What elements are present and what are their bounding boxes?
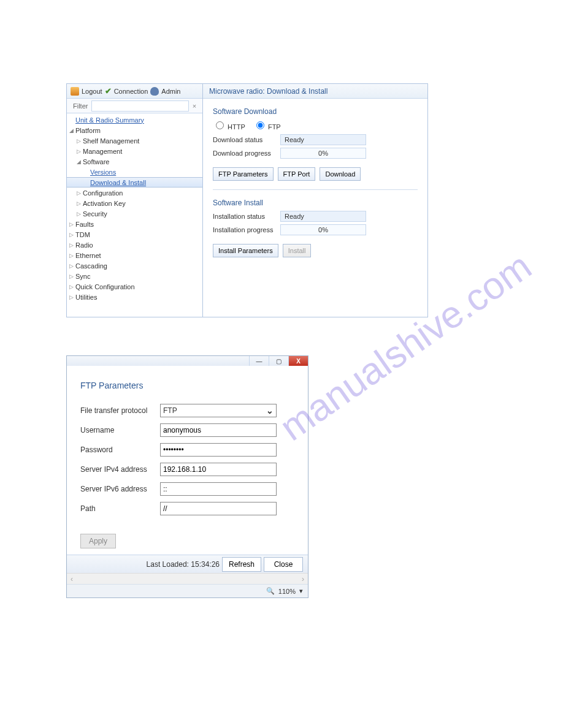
apply-button[interactable]: Apply (80, 534, 116, 548)
window-close-button[interactable]: X (288, 356, 308, 366)
tree-label: Unit & Radio Summary (75, 116, 144, 124)
dialog-body: FTP Parameters File transfer protocol FT… (67, 366, 308, 555)
protocol-select[interactable]: FTP ⌄ (160, 404, 277, 417)
protocol-value: FTP (163, 406, 177, 415)
software-install-heading: Software Install (213, 199, 418, 207)
password-input[interactable] (160, 443, 277, 457)
tree-software[interactable]: ◢Software (67, 156, 202, 167)
radio-http-input[interactable] (216, 121, 224, 129)
install-parameters-button[interactable]: Install Parameters (213, 244, 278, 257)
caret-right-icon: ▷ (69, 242, 75, 248)
zoom-dropdown-icon[interactable]: ▾ (299, 587, 303, 595)
caret-right-icon: ▷ (69, 284, 75, 290)
tree-label: Software (83, 158, 109, 165)
dialog-footer: Last Loaded: 15:34:26 Refresh Close (67, 555, 308, 573)
tree-cascading[interactable]: ▷Cascading (67, 260, 202, 271)
divider (213, 189, 418, 190)
content-pane: Microwave radio: Download & Install Soft… (203, 84, 427, 317)
window-minimize-button[interactable]: — (249, 356, 269, 366)
admin-link[interactable]: Admin (161, 88, 180, 95)
ipv4-input[interactable] (160, 463, 277, 476)
tree-quick-configuration[interactable]: ▷Quick Configuration (67, 281, 202, 292)
close-button[interactable]: Close (264, 557, 303, 572)
tree-label: Ethernet (75, 252, 101, 259)
install-progress-value: 0% (280, 224, 366, 235)
download-status-value: Ready (280, 134, 366, 145)
logout-icon (71, 87, 79, 96)
window-maximize-button[interactable]: ▢ (269, 356, 288, 366)
caret-right-icon: ▷ (69, 294, 75, 300)
protocol-label: File transfer protocol (80, 406, 160, 415)
horizontal-scrollbar[interactable]: ‹ › (67, 573, 308, 584)
tree-sync[interactable]: ▷Sync (67, 271, 202, 281)
ipv6-input[interactable] (160, 482, 277, 496)
dialog-titlebar: — ▢ X (67, 356, 308, 366)
tree-platform[interactable]: ◢Platform (67, 125, 202, 135)
caret-right-icon: ▷ (69, 263, 75, 269)
ftp-port-button[interactable]: FTP Port (278, 167, 316, 181)
tree-ethernet[interactable]: ▷Ethernet (67, 250, 202, 260)
install-status-value: Ready (280, 211, 366, 222)
filter-row: Filter × (67, 99, 202, 113)
ftp-parameters-dialog: — ▢ X FTP Parameters File transfer proto… (66, 355, 308, 598)
tree-tdm[interactable]: ▷TDM (67, 229, 202, 240)
download-button[interactable]: Download (320, 167, 361, 181)
tree-shelf-management[interactable]: ▷Shelf Management (67, 135, 202, 146)
status-strip: 🔍 110% ▾ (67, 584, 308, 597)
tree-utilities[interactable]: ▷Utilities (67, 292, 202, 302)
path-label: Path (80, 504, 160, 513)
password-label: Password (80, 446, 160, 454)
filter-input[interactable] (91, 100, 189, 112)
caret-down-icon: ◢ (77, 159, 83, 165)
zoom-level: 110% (278, 588, 296, 595)
logout-link[interactable]: Logout (82, 88, 102, 95)
tree-management[interactable]: ▷Management (67, 146, 202, 156)
dialog-title: FTP Parameters (80, 381, 294, 390)
scroll-left-icon[interactable]: ‹ (71, 575, 73, 583)
page-title: Microwave radio: Download & Install (203, 84, 427, 99)
top-toolbar: Logout ✔ Connection Admin (67, 84, 202, 99)
username-input[interactable] (160, 423, 277, 437)
tree-label: Sync (75, 273, 90, 280)
radio-http[interactable]: HTTP (213, 123, 245, 131)
tree-label: Faults (75, 221, 94, 228)
tree-label: Activation Key (83, 200, 126, 207)
tree-radio[interactable]: ▷Radio (67, 240, 202, 250)
scroll-right-icon[interactable]: › (302, 575, 304, 583)
ipv4-label: Server IPv4 address (80, 465, 160, 474)
tree-unit-radio-summary[interactable]: Unit & Radio Summary (67, 115, 202, 125)
caret-right-icon: ▷ (77, 190, 83, 196)
path-input[interactable] (160, 502, 277, 515)
software-download-heading: Software Download (213, 107, 418, 116)
nav-tree: Unit & Radio Summary ◢Platform ▷Shelf Ma… (67, 113, 202, 317)
filter-label: Filter (69, 102, 91, 110)
tree-faults[interactable]: ▷Faults (67, 219, 202, 229)
user-icon (150, 87, 159, 96)
download-progress-label: Download progress (213, 150, 280, 157)
username-label: Username (80, 426, 160, 434)
refresh-button[interactable]: Refresh (222, 557, 261, 572)
download-progress-value: 0% (280, 148, 366, 159)
ftp-parameters-button[interactable]: FTP Parameters (213, 167, 274, 181)
install-status-label: Installation status (213, 213, 280, 220)
tree-download-install[interactable]: Download & Install (67, 177, 202, 188)
tree-label: Utilities (75, 294, 97, 301)
tree-versions[interactable]: Versions (67, 167, 202, 177)
sidebar: Logout ✔ Connection Admin Filter × Unit … (67, 84, 203, 317)
tree-label: Platform (75, 127, 101, 134)
install-button[interactable]: Install (283, 244, 312, 257)
check-icon: ✔ (105, 88, 112, 95)
radio-ftp-input[interactable] (256, 121, 264, 129)
filter-clear-icon[interactable]: × (189, 102, 200, 110)
tree-label: TDM (75, 231, 90, 238)
tree-configuration[interactable]: ▷Configuration (67, 188, 202, 198)
radio-ftp[interactable]: FTP (253, 123, 281, 131)
caret-right-icon: ▷ (69, 273, 75, 279)
tree-label: Management (83, 148, 122, 155)
tree-activation-key[interactable]: ▷Activation Key (67, 198, 202, 208)
connection-link[interactable]: Connection (114, 88, 148, 95)
tree-security[interactable]: ▷Security (67, 208, 202, 219)
tree-label: Shelf Management (83, 137, 139, 145)
main-window: Logout ✔ Connection Admin Filter × Unit … (66, 83, 428, 317)
caret-right-icon: ▷ (77, 211, 83, 217)
